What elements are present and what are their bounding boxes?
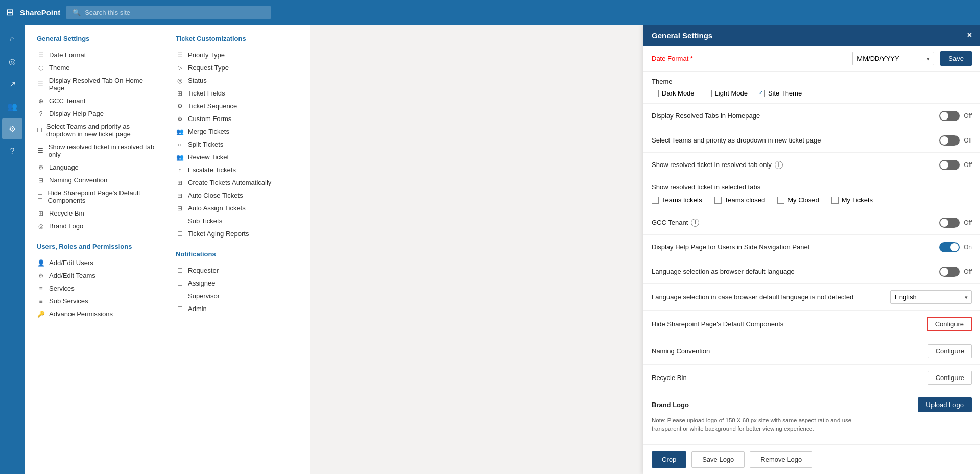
hide-sharepoint-configure-button[interactable]: Configure: [927, 317, 972, 331]
site-theme-checkbox[interactable]: ✓: [758, 90, 765, 97]
display-resolved-row: Display Resolved Tabs in Homepage Off: [643, 104, 980, 128]
teams-tickets-checkbox[interactable]: [652, 197, 659, 204]
lang-browser-toggle[interactable]: [939, 267, 960, 277]
sidebar-icon-globe[interactable]: ◎: [2, 51, 22, 72]
nav-item-auto-close[interactable]: ⊟ Auto Close Tickets: [176, 189, 298, 202]
search-input[interactable]: [85, 9, 265, 16]
lang-browser-label: Language selection as browser default la…: [652, 268, 795, 275]
display-help-row: Display Help Page for Users in Side Navi…: [643, 235, 980, 259]
sidebar-icon-settings[interactable]: ⚙: [2, 118, 22, 139]
nav-item-hide-sharepoint[interactable]: ☐ Hide Sharepoint Page's Default Compone…: [37, 186, 159, 207]
tab-my-closed[interactable]: My Closed: [777, 196, 819, 204]
nav-item-admin[interactable]: ☐ Admin: [176, 302, 298, 315]
nav-item-teams-dropdown[interactable]: ☐ Select Teams and priority as dropdown …: [37, 120, 159, 140]
gcc-toggle[interactable]: [939, 218, 960, 228]
gcc-state: Off: [964, 219, 972, 226]
sidebar-icon-help[interactable]: ?: [2, 141, 22, 161]
my-closed-checkbox[interactable]: [777, 197, 784, 204]
lang-browser-control: Off: [939, 267, 972, 277]
brand-icon: ◎: [37, 223, 45, 230]
light-mode-checkbox[interactable]: [705, 90, 712, 97]
teams-icon: ☐: [37, 127, 42, 134]
gcc-info-icon[interactable]: i: [691, 219, 699, 227]
nav-item-ticket-fields[interactable]: ⊞ Ticket Fields: [176, 87, 298, 100]
crop-button[interactable]: Crop: [652, 451, 686, 468]
nav-item-custom-forms[interactable]: ⚙ Custom Forms: [176, 112, 298, 125]
nav-item-auto-assign[interactable]: ⊟ Auto Assign Tickets: [176, 202, 298, 215]
nav-item-status[interactable]: ◎ Status: [176, 74, 298, 87]
sequence-icon: ⚙: [176, 103, 184, 110]
theme-dark-mode[interactable]: Dark Mode: [652, 89, 695, 97]
grid-icon[interactable]: ⊞: [6, 7, 14, 18]
nav-item-date-format[interactable]: ☰ Date Format: [37, 49, 159, 61]
nav-item-advance-perms[interactable]: 🔑 Advance Permissions: [37, 307, 159, 320]
nav-item-gcc[interactable]: ⊕ GCC Tenant: [37, 94, 159, 107]
show-resolved-row: Show resolved ticket in resolved tab onl…: [643, 153, 980, 177]
nav-item-ticket-sequence[interactable]: ⚙ Ticket Sequence: [176, 100, 298, 112]
nav-item-create-auto[interactable]: ⊞ Create Tickets Automatically: [176, 176, 298, 189]
panel-close-button[interactable]: ×: [967, 31, 972, 40]
nav-item-sub-tickets[interactable]: ☐ Sub Tickets: [176, 215, 298, 227]
nav-item-requester[interactable]: ☐ Requester: [176, 264, 298, 277]
nav-item-supervisor[interactable]: ☐ Supervisor: [176, 290, 298, 302]
nav-item-assignee[interactable]: ☐ Assignee: [176, 277, 298, 290]
naming-convention-configure-button[interactable]: Configure: [928, 344, 972, 358]
nav-item-help-page[interactable]: ? Display Help Page: [37, 107, 159, 120]
nav-item-show-resolved[interactable]: ☰ Show resolved ticket in resolved tab o…: [37, 140, 159, 161]
nav-item-review-ticket[interactable]: 👥 Review Ticket: [176, 151, 298, 163]
language-select[interactable]: English French Spanish: [890, 290, 972, 304]
nav-item-split-tickets[interactable]: ↔ Split Tickets: [176, 138, 298, 151]
dark-mode-checkbox[interactable]: [652, 90, 659, 97]
theme-label: Theme: [652, 78, 972, 85]
display-help-label: Display Help Page for Users in Side Navi…: [652, 243, 809, 251]
theme-light-mode[interactable]: Light Mode: [705, 89, 748, 97]
display-resolved-toggle[interactable]: [939, 111, 960, 121]
nav-item-sub-services[interactable]: ≡ Sub Services: [37, 295, 159, 307]
sidebar-icon-chart[interactable]: ↗: [2, 74, 22, 94]
nav-item-aging-reports[interactable]: ☐ Ticket Aging Reports: [176, 227, 298, 240]
toggle-knob: [940, 112, 948, 120]
tab-teams-tickets[interactable]: Teams tickets: [652, 196, 702, 204]
nav-item-theme[interactable]: ◌ Theme: [37, 61, 159, 74]
split-icon: ↔: [176, 141, 184, 148]
sidebar-icon-home[interactable]: ⌂: [2, 29, 22, 49]
display-resolved-state: Off: [964, 112, 972, 120]
theme-site-theme[interactable]: ✓ Site Theme: [758, 89, 802, 97]
nav-item-merge-tickets[interactable]: 👥 Merge Tickets: [176, 125, 298, 138]
sidebar-icon-users[interactable]: 👥: [2, 96, 22, 116]
display-help-toggle[interactable]: [939, 242, 960, 252]
nav-item-display-resolved[interactable]: ☰ Display Resolved Tab On Home Page: [37, 74, 159, 94]
nav-item-add-users[interactable]: 👤 Add/Edit Users: [37, 256, 159, 269]
show-resolved-info-icon[interactable]: i: [775, 161, 783, 169]
toggle-knob: [950, 243, 959, 251]
nav-item-recycle[interactable]: ⊞ Recycle Bin: [37, 207, 159, 220]
date-format-select[interactable]: MM/DD/YYYY DD/MM/YYYY YYYY/MM/DD: [852, 52, 934, 65]
display-resolved-label: Display Resolved Tabs in Homepage: [652, 112, 760, 120]
nav-section-notifications-title: Notifications: [176, 250, 298, 258]
theme-icon: ◌: [37, 64, 45, 72]
my-tickets-checkbox[interactable]: [831, 197, 839, 204]
save-logo-button[interactable]: Save Logo: [691, 451, 745, 468]
nav-item-escalate[interactable]: ↑ Escalate Tickets: [176, 163, 298, 176]
upload-logo-button[interactable]: Upload Logo: [918, 397, 972, 412]
nav-item-add-teams[interactable]: ⚙ Add/Edit Teams: [37, 269, 159, 282]
panel-footer: Crop Save Logo Remove Logo: [643, 444, 980, 474]
nav-item-brand-logo[interactable]: ◎ Brand Logo: [37, 220, 159, 232]
recycle-bin-configure-button[interactable]: Configure: [928, 371, 972, 385]
nav-item-priority-type[interactable]: ☰ Priority Type: [176, 49, 298, 61]
nav-item-request-type[interactable]: ▷ Request Type: [176, 61, 298, 74]
tab-my-tickets[interactable]: My Tickets: [831, 196, 873, 204]
show-resolved-toggle[interactable]: [939, 160, 960, 170]
naming-convention-row: Naming Convention Configure: [643, 338, 980, 365]
show-resolved-control: Off: [939, 160, 972, 170]
nav-item-language[interactable]: ⚙ Language: [37, 161, 159, 174]
tab-teams-closed[interactable]: Teams closed: [714, 196, 765, 204]
teams-closed-checkbox[interactable]: [714, 197, 722, 204]
nav-item-naming[interactable]: ⊟ Naming Convention: [37, 174, 159, 186]
select-teams-toggle[interactable]: [939, 135, 960, 146]
search-icon: 🔍: [73, 9, 81, 16]
nav-item-services[interactable]: ≡ Services: [37, 282, 159, 295]
content-area: General Settings ☰ Date Format ◌ Theme ☰…: [25, 25, 980, 474]
save-button[interactable]: Save: [940, 51, 972, 66]
remove-logo-button[interactable]: Remove Logo: [750, 451, 812, 468]
